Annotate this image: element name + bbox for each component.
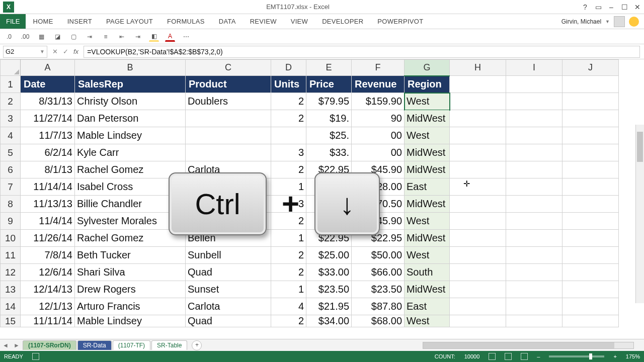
view-normal-icon[interactable] [489, 353, 496, 360]
cell[interactable]: Sunset [186, 281, 271, 298]
name-box[interactable]: G2 ▼ [3, 46, 47, 58]
cell[interactable]: 2 [271, 264, 306, 281]
cell[interactable]: 8/1/13 [21, 161, 75, 178]
cell[interactable] [506, 144, 562, 161]
cell[interactable]: 11/4/14 [21, 213, 75, 230]
cell[interactable] [562, 144, 619, 161]
cell[interactable]: $33. [306, 144, 352, 161]
cell[interactable]: Carlota [186, 213, 271, 230]
col-header-J[interactable]: J [562, 60, 619, 76]
cell[interactable]: $23.50 [306, 196, 352, 213]
cell[interactable] [450, 247, 506, 264]
col-header-E[interactable]: E [306, 60, 352, 76]
cell[interactable] [450, 264, 506, 281]
cell[interactable]: Majestic Beaut [186, 178, 271, 196]
cell[interactable] [450, 281, 506, 298]
cell[interactable]: 1 [271, 230, 306, 247]
cell[interactable]: 11/27/14 [21, 110, 75, 127]
view-page-icon[interactable] [505, 353, 512, 360]
cell[interactable]: 6/2/14 [21, 144, 75, 161]
cell[interactable]: Billie Chandler [75, 196, 186, 213]
cell[interactable]: $87.80 [352, 298, 405, 315]
cell[interactable]: $28.00 [352, 178, 405, 196]
accept-formula-icon[interactable]: ✓ [63, 48, 68, 55]
cell[interactable]: $22.95 [306, 161, 352, 178]
cell[interactable]: Date [21, 76, 75, 93]
cell[interactable]: $45.90 [352, 213, 405, 230]
cell[interactable] [562, 213, 619, 230]
cell[interactable] [450, 298, 506, 315]
cell[interactable]: 1 [271, 178, 306, 196]
cell[interactable]: 1 [271, 281, 306, 298]
decrease-decimal-icon[interactable]: .0 [4, 32, 14, 42]
row-header-13[interactable]: 13 [1, 281, 21, 298]
cell[interactable] [506, 178, 562, 196]
cell[interactable]: MidWest [405, 144, 450, 161]
cell[interactable]: 2 [271, 161, 306, 178]
cell[interactable]: West [405, 127, 450, 144]
cell[interactable]: Revenue [352, 76, 405, 93]
tab-powerpivot[interactable]: POWERPIVOT [370, 14, 430, 29]
cell[interactable]: 11/13/13 [21, 196, 75, 213]
tab-developer[interactable]: DEVELOPER [315, 14, 370, 29]
cell[interactable]: $28.00 [306, 178, 352, 196]
sheet-tab-2[interactable]: SR-Data [77, 340, 112, 350]
row-header-5[interactable]: 5 [1, 144, 21, 161]
col-header-F[interactable]: F [352, 60, 405, 76]
col-header-D[interactable]: D [271, 60, 306, 76]
cell[interactable] [562, 247, 619, 264]
cell[interactable]: 3 [271, 196, 306, 213]
sheet-tab-1[interactable]: (1107-SRorDN) [23, 340, 76, 350]
cell[interactable]: $33.00 [306, 264, 352, 281]
cell[interactable]: South [405, 264, 450, 281]
vertical-scrollbar[interactable] [635, 125, 644, 303]
cell[interactable] [506, 93, 562, 110]
cell[interactable]: Doublers [186, 93, 271, 110]
cell[interactable]: MidWest [405, 110, 450, 127]
cell[interactable] [562, 315, 619, 327]
formula-input[interactable]: =VLOOKUP(B2,'SR-Data'!$A$2:$B$73,2,0) [84, 46, 640, 58]
smiley-icon[interactable] [629, 17, 639, 27]
cell[interactable]: 12/14/13 [21, 281, 75, 298]
cell[interactable]: 11/11/14 [21, 315, 75, 327]
zoom-out-icon[interactable]: – [537, 353, 540, 359]
tab-nav-next[interactable]: ► [11, 342, 22, 349]
close-icon[interactable]: ✕ [631, 1, 644, 13]
format-cells-icon[interactable]: ▦ [36, 32, 46, 42]
cell[interactable]: West [405, 247, 450, 264]
col-header-A[interactable]: A [21, 60, 75, 76]
cell[interactable]: 00 [352, 127, 405, 144]
cell[interactable]: Price [306, 76, 352, 93]
cell[interactable]: 2 [271, 315, 306, 327]
cell[interactable]: $68.00 [352, 315, 405, 327]
col-header-H[interactable]: H [450, 60, 506, 76]
cell[interactable] [506, 264, 562, 281]
cell[interactable] [450, 178, 506, 196]
sheet-tab-3[interactable]: (1107-TF) [113, 340, 150, 350]
cell[interactable]: 12/6/14 [21, 264, 75, 281]
cell[interactable] [450, 127, 506, 144]
cell[interactable] [450, 230, 506, 247]
restore-icon[interactable]: ▭ [592, 1, 605, 13]
cell[interactable] [506, 230, 562, 247]
spreadsheet-grid[interactable]: A B C D E F G H I J 1DateSalesRepProduct… [0, 59, 619, 327]
align-icon[interactable]: ≡ [101, 32, 111, 42]
cell[interactable]: $25.00 [306, 247, 352, 264]
view-break-icon[interactable] [521, 353, 528, 360]
cell[interactable]: Isabel Cross [75, 178, 186, 196]
cell[interactable]: $159.90 [352, 93, 405, 110]
horizontal-scrollbar[interactable] [423, 342, 634, 349]
cell[interactable] [450, 161, 506, 178]
cell[interactable]: Shari Silva [75, 264, 186, 281]
row-header-9[interactable]: 9 [1, 213, 21, 230]
row-header-15[interactable]: 15 [1, 315, 21, 327]
cell[interactable]: $21.95 [306, 298, 352, 315]
cell[interactable]: Dan Peterson [75, 110, 186, 127]
cell[interactable]: MidWest [405, 281, 450, 298]
cell[interactable]: Rachel Gomez [75, 161, 186, 178]
cell[interactable] [562, 161, 619, 178]
cancel-formula-icon[interactable]: ✕ [52, 48, 58, 55]
cell[interactable]: $50.00 [352, 247, 405, 264]
cell[interactable]: 00 [352, 144, 405, 161]
cell[interactable]: Quad [186, 264, 271, 281]
